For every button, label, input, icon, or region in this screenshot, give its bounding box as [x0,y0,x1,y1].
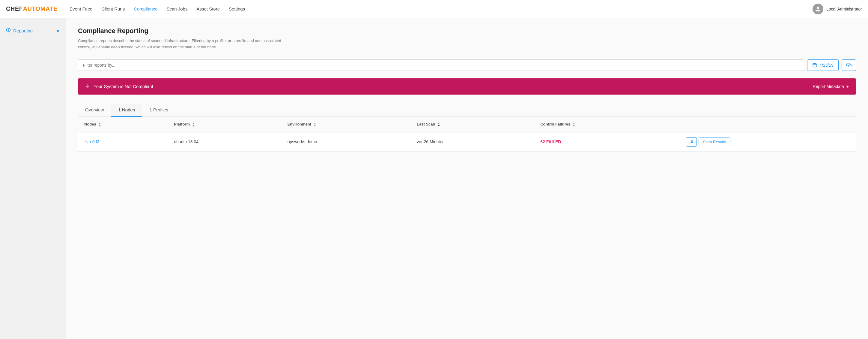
user-avatar-icon [812,4,823,15]
reporting-icon [6,28,11,34]
nav-user-area: Local Administrator [812,4,862,15]
nav-links: Event Feed Client Runs Compliance Scan J… [69,6,812,11]
sidebar: Reporting ▶ [0,18,66,339]
date-label: 4/25/19 [819,63,834,67]
col-platform[interactable]: Platform ▲▼ [168,117,281,133]
tabs: Overview 1 Nodes 1 Profiles [78,104,856,117]
last-scan-cell: vor 26 Minuten [411,132,534,151]
logo: CHEFAUTOMATE [6,5,58,12]
environment-cell: opsworks-demo [282,132,411,151]
nav-settings[interactable]: Settings [229,6,245,11]
failures-value: 62 FAILED [540,139,561,144]
report-metadata-label: Report Metadata [813,84,844,89]
sidebar-arrow-icon: ▶ [57,29,60,33]
row-actions: Scan Results [686,137,850,146]
banner-text: Your System is Not Compliant [94,84,153,89]
node-link[interactable]: ⚠ i-0 f2 [84,139,162,144]
page-title: Compliance Reporting [78,27,856,35]
filter-input[interactable] [78,59,804,71]
banner-left: ⚠ Your System is Not Compliant [85,83,153,90]
report-metadata-button[interactable]: Report Metadata + [813,84,849,89]
page-description: Compliance reports describe the status o… [78,38,288,51]
user-name: Local Administrator [826,7,862,11]
nav-asset-store[interactable]: Asset Store [196,6,220,11]
layout: Reporting ▶ Compliance Reporting Complia… [0,18,868,339]
platform-sort-icon: ▲▼ [192,122,195,127]
table-header: Nodes ▲▼ Platform ▲▼ Environment ▲▼ La [78,117,856,133]
filter-row-button[interactable] [686,137,697,146]
col-actions [680,117,856,133]
filter-icon [689,139,693,144]
nav-compliance[interactable]: Compliance [134,6,157,11]
tab-profiles[interactable]: 1 Profiles [142,104,176,117]
nodes-sort-icon: ▲▼ [98,122,101,127]
calendar-icon [812,63,817,67]
nav-scan-jobs[interactable]: Scan Jobs [166,6,187,11]
compliance-banner: ⚠ Your System is Not Compliant Report Me… [78,78,856,94]
logo-automate: AUTOMATE [23,5,57,12]
svg-point-1 [8,29,9,31]
warning-icon: ⚠ [85,83,90,90]
failures-sort-icon: ▲▼ [573,122,576,127]
scan-results-button[interactable]: Scan Results [699,138,731,146]
date-picker-button[interactable]: 4/25/19 [807,59,839,71]
tab-overview[interactable]: Overview [78,104,111,117]
sidebar-item-reporting[interactable]: Reporting ▶ [0,24,66,37]
node-cell: ⚠ i-0 f2 [78,132,168,151]
table-row: ⚠ i-0 f2 ubuntu 18.04 opsworks-demo vor … [78,132,856,151]
nav-event-feed[interactable]: Event Feed [69,6,93,11]
upload-button[interactable] [842,59,856,71]
plus-icon: + [846,84,849,89]
nodes-table-container: Nodes ▲▼ Platform ▲▼ Environment ▲▼ La [78,117,856,152]
node-name: i-0 f2 [90,139,99,144]
tab-nodes[interactable]: 1 Nodes [111,104,143,117]
last-scan-sort-icon: ▲▼ [437,122,440,127]
nodes-table: Nodes ▲▼ Platform ▲▼ Environment ▲▼ La [78,117,856,152]
col-environment[interactable]: Environment ▲▼ [282,117,411,133]
filter-bar: 4/25/19 [78,59,856,71]
node-warn-icon: ⚠ [84,139,88,144]
actions-cell: Scan Results [680,132,856,151]
upload-icon [846,62,851,68]
platform-cell: ubuntu 18.04 [168,132,281,151]
col-last-scan[interactable]: Last Scan ▲▼ [411,117,534,133]
main-content: Compliance Reporting Compliance reports … [66,18,868,339]
sidebar-item-label: Reporting [13,28,33,33]
svg-rect-6 [813,63,816,67]
nav-client-runs[interactable]: Client Runs [102,6,125,11]
col-control-failures[interactable]: Control Failures ▲▼ [534,117,680,133]
logo-chef: CHEF [6,5,23,12]
top-nav: CHEFAUTOMATE Event Feed Client Runs Comp… [0,0,868,18]
failures-cell: 62 FAILED [534,132,680,151]
table-body: ⚠ i-0 f2 ubuntu 18.04 opsworks-demo vor … [78,132,856,151]
environment-sort-icon: ▲▼ [314,122,316,127]
col-nodes[interactable]: Nodes ▲▼ [78,117,168,133]
